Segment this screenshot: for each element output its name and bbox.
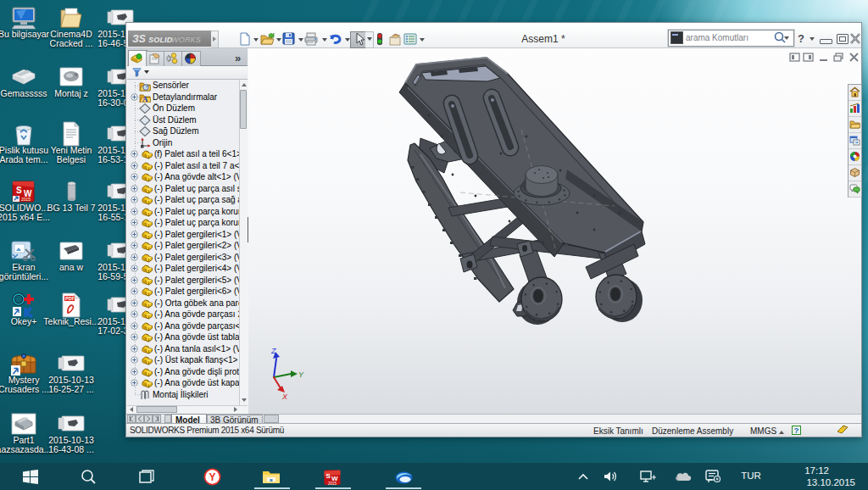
svg-text:2015: 2015 (21, 197, 31, 202)
svg-text:WORKS: WORKS (171, 36, 201, 44)
svg-text:2015: 2015 (328, 482, 337, 486)
svg-text:Z: Z (270, 347, 276, 355)
svg-text:Y: Y (298, 370, 304, 379)
svg-text:X: X (281, 393, 288, 401)
svg-text:Y: Y (209, 471, 216, 483)
svg-text:A: A (142, 95, 148, 103)
svg-text:PDF: PDF (65, 296, 75, 301)
svg-text:S: S (16, 186, 22, 195)
svg-text:S: S (326, 472, 331, 480)
svg-text:ЗS: ЗS (132, 33, 146, 45)
svg-text:SOLID: SOLID (148, 36, 173, 44)
